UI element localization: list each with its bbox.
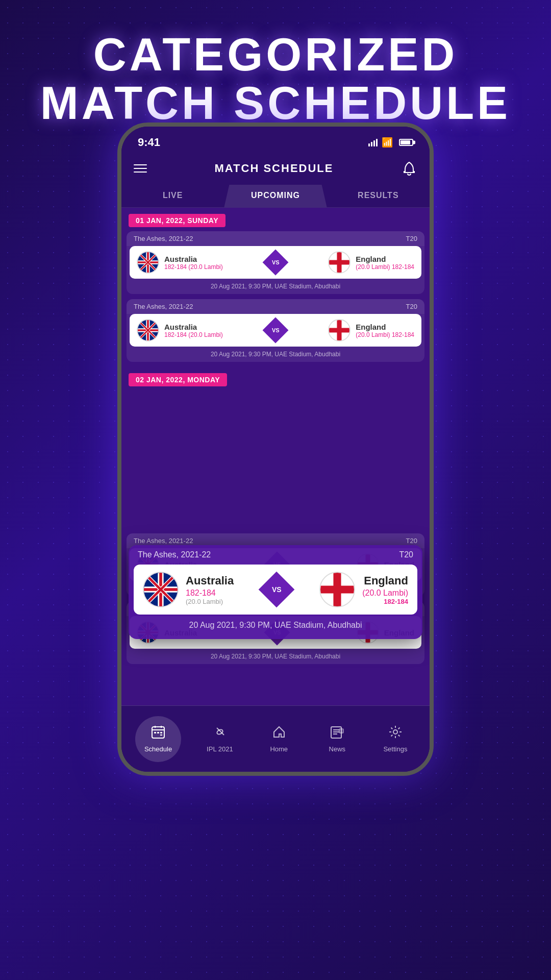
featured-series-header: The Ashes, 2021-22 T20 (129, 545, 422, 565)
hamburger-menu[interactable] (134, 164, 147, 173)
schedule-icon (151, 725, 165, 742)
wifi-icon: 📶 (382, 137, 393, 148)
tab-bar: LIVE UPCOMING RESULTS (121, 185, 430, 208)
bottom-nav: Schedule IPL 2021 Home (121, 705, 430, 772)
match-card[interactable]: The Ashes, 2021-22 T20 (127, 299, 424, 362)
match-venue: 20 Aug 2021, 9:30 PM, UAE Stadium, Abudh… (127, 649, 424, 664)
nav-label-ipl: IPL 2021 (207, 745, 233, 753)
featured-match-card[interactable]: The Ashes, 2021-22 T20 (129, 545, 422, 639)
team2-name: England (356, 255, 414, 263)
bell-icon[interactable] (401, 160, 417, 177)
tab-live[interactable]: LIVE (121, 185, 224, 207)
team2-info: England (20.0 Lambi) 182-184 (328, 251, 414, 274)
svg-rect-11 (154, 732, 156, 733)
nav-item-news[interactable]: News (317, 720, 358, 758)
match-series-header: The Ashes, 2021-22 T20 (127, 299, 424, 314)
app-header: MATCH SCHEDULE (121, 154, 430, 185)
match-venue: 20 Aug 2021, 9:30 PM, UAE Stadium, Abudh… (127, 347, 424, 362)
team2-score: (20.0 Lambi) 182-184 (356, 331, 414, 338)
svg-rect-12 (157, 732, 159, 733)
status-icons: 📶 (368, 137, 413, 148)
date-badge-2: 02 JAN, 2022, MONDAY (129, 373, 227, 386)
phone-frame: 9:41 📶 MATCH SCHEDULE (117, 122, 434, 776)
nav-label-home: Home (270, 745, 288, 753)
team1-score: 182-184 (20.0 Lambi) (164, 331, 223, 338)
featured-team2: England (20.0 Lambi) 182-184 (319, 572, 408, 607)
featured-team1: Australia 182-184 (20.0 Lambi) (143, 572, 234, 607)
nav-item-schedule[interactable]: Schedule (135, 716, 181, 762)
nav-item-ipl[interactable]: IPL 2021 (198, 720, 241, 758)
team1-name: Australia (164, 255, 223, 263)
vs-diamond: VS (263, 250, 289, 276)
home-icon (272, 725, 286, 742)
nav-item-settings[interactable]: Settings (375, 720, 416, 758)
svg-rect-17 (339, 729, 343, 733)
aus-flag (137, 251, 159, 274)
eng-flag (328, 319, 350, 341)
battery-icon (399, 139, 413, 146)
featured-team2-score: (20.0 Lambi) (362, 589, 408, 598)
signal-icon (368, 139, 378, 146)
tab-upcoming[interactable]: UPCOMING (224, 185, 327, 207)
featured-venue: 20 Aug 2021, 9:30 PM, UAE Stadium, Abudh… (129, 615, 422, 632)
status-bar: 9:41 📶 (121, 127, 430, 154)
page-title: CATEGORIZED MATCH SCHEDULE (0, 31, 551, 127)
featured-team1-score2: (20.0 Lambi) (186, 598, 234, 605)
team1-info: Australia 182-184 (20.0 Lambi) (137, 251, 223, 274)
featured-vs-diamond: VS (259, 572, 295, 608)
svg-point-18 (393, 730, 397, 734)
featured-eng-flag (319, 572, 355, 607)
app-header-title: MATCH SCHEDULE (215, 162, 334, 175)
team2-name: England (356, 323, 414, 331)
settings-icon (388, 725, 403, 742)
featured-series: The Ashes, 2021-22 (138, 550, 211, 559)
match-teams-row: Australia 182-184 (20.0 Lambi) VS Englan… (130, 246, 421, 279)
featured-format: T20 (399, 550, 413, 559)
eng-flag (328, 251, 350, 274)
tab-results[interactable]: RESULTS (327, 185, 430, 207)
nav-label-settings: Settings (383, 745, 407, 753)
vs-diamond: VS (263, 317, 289, 344)
featured-team2-name: England (362, 574, 408, 587)
match-series-header: The Ashes, 2021-22 T20 (127, 231, 424, 246)
team2-info: England (20.0 Lambi) 182-184 (328, 319, 414, 341)
date-badge-1: 01 JAN, 2022, SUNDAY (129, 214, 226, 227)
team1-name: Australia (164, 323, 223, 331)
featured-team1-name: Australia (186, 574, 234, 587)
match-teams-row: Australia 182-184 (20.0 Lambi) VS Englan… (130, 314, 421, 347)
aus-flag (137, 319, 159, 341)
team2-score: (20.0 Lambi) 182-184 (356, 263, 414, 271)
svg-rect-13 (160, 732, 162, 733)
nav-label-schedule: Schedule (144, 745, 172, 753)
featured-team1-score: 182-184 (186, 589, 234, 598)
featured-aus-flag (143, 572, 179, 607)
matches-scroll: 01 JAN, 2022, SUNDAY The Ashes, 2021-22 … (121, 208, 430, 772)
featured-team2-score2: 182-184 (362, 598, 408, 605)
news-icon (330, 725, 344, 742)
svg-point-14 (216, 729, 223, 736)
nav-item-home[interactable]: Home (259, 720, 299, 758)
nav-label-news: News (329, 745, 346, 753)
status-time: 9:41 (138, 136, 160, 149)
match-venue: 20 Aug 2021, 9:30 PM, UAE Stadium, Abudh… (127, 279, 424, 294)
featured-teams-row: Australia 182-184 (20.0 Lambi) VS Englan… (134, 565, 417, 615)
ipl-icon (213, 725, 227, 742)
team1-info: Australia 182-184 (20.0 Lambi) (137, 319, 223, 341)
match-card[interactable]: The Ashes, 2021-22 T20 (127, 231, 424, 294)
team1-score: 182-184 (20.0 Lambi) (164, 263, 223, 271)
